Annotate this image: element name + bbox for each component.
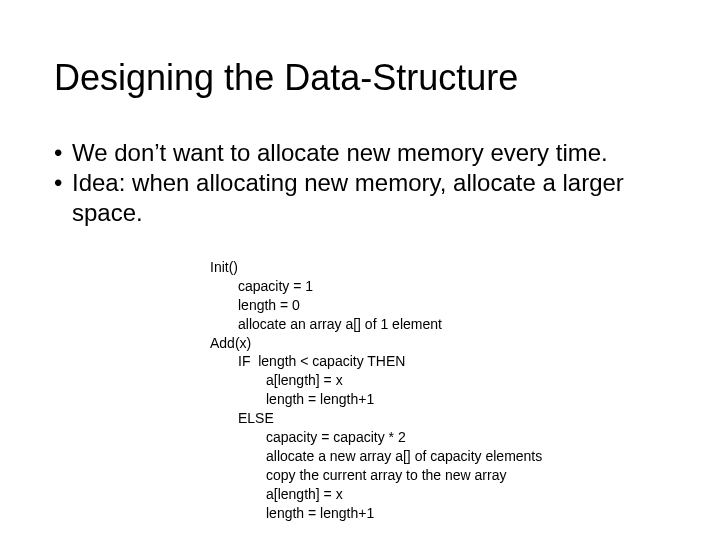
bullet-text: We don’t want to allocate new memory eve… — [72, 138, 666, 168]
code-line: a[length] = x — [210, 371, 542, 390]
code-line: allocate a new array a[] of capacity ele… — [210, 447, 542, 466]
code-line: Init() — [210, 258, 542, 277]
code-line: IF length < capacity THEN — [210, 352, 542, 371]
code-line: capacity = capacity * 2 — [210, 428, 542, 447]
slide-title: Designing the Data-Structure — [54, 58, 518, 98]
code-line: Add(x) — [210, 334, 542, 353]
bullet-item: • Idea: when allocating new memory, allo… — [54, 168, 666, 228]
bullet-dot-icon: • — [54, 168, 72, 198]
slide: Designing the Data-Structure • We don’t … — [0, 0, 720, 540]
code-line: ELSE — [210, 409, 542, 428]
bullet-dot-icon: • — [54, 138, 72, 168]
bullet-item: • We don’t want to allocate new memory e… — [54, 138, 666, 168]
code-line: capacity = 1 — [210, 277, 542, 296]
bullet-text: Idea: when allocating new memory, alloca… — [72, 168, 666, 228]
pseudocode-block: Init() capacity = 1 length = 0 allocate … — [210, 258, 542, 522]
code-line: allocate an array a[] of 1 element — [210, 315, 542, 334]
code-line: length = length+1 — [210, 390, 542, 409]
code-line: a[length] = x — [210, 485, 542, 504]
code-line: copy the current array to the new array — [210, 466, 542, 485]
code-line: length = length+1 — [210, 504, 542, 523]
bullet-list: • We don’t want to allocate new memory e… — [54, 138, 666, 228]
code-line: length = 0 — [210, 296, 542, 315]
